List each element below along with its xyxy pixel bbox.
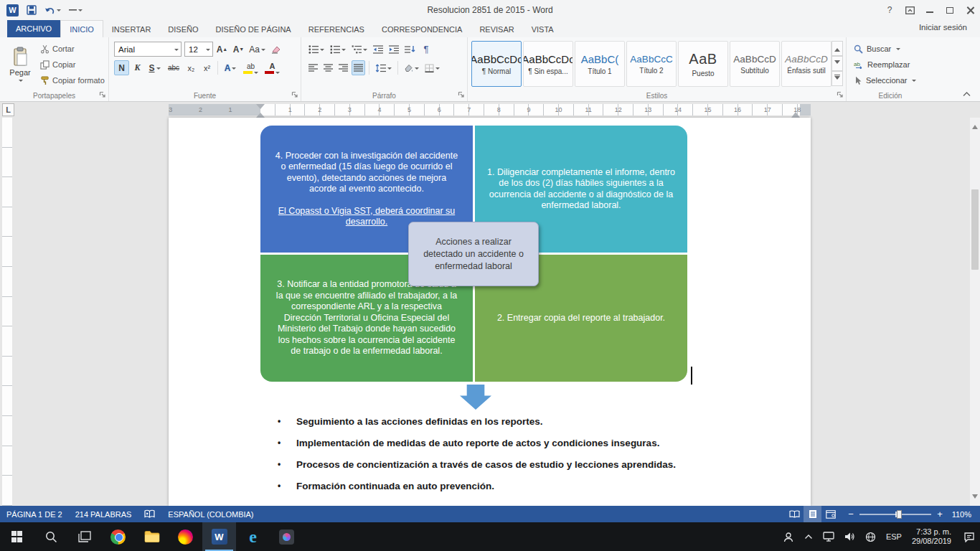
read-mode-button[interactable] xyxy=(786,506,804,522)
ribbon-tab[interactable]: REFERENCIAS xyxy=(300,21,373,37)
underline-dropdown-icon[interactable] xyxy=(156,67,161,72)
sort-button[interactable] xyxy=(402,42,418,57)
copy-button[interactable]: Copiar xyxy=(40,58,105,71)
show-formatting-marks-button[interactable]: ¶ xyxy=(419,42,433,57)
grow-font-button[interactable]: A▲ xyxy=(215,42,230,57)
numbering-button[interactable] xyxy=(328,42,348,57)
proofing-status-icon[interactable] xyxy=(138,506,161,522)
strikethrough-button[interactable]: abc xyxy=(164,60,183,75)
font-size-combobox[interactable]: 12 xyxy=(184,42,213,57)
search-button[interactable] xyxy=(34,522,67,551)
justify-button[interactable] xyxy=(352,60,365,75)
style-item[interactable]: AaBbCcD Subtítulo xyxy=(730,41,780,87)
styles-dialog-launcher-icon[interactable] xyxy=(837,91,844,98)
style-item[interactable]: AaBbCcDc ¶ Sin espa... xyxy=(523,41,573,87)
volume-icon[interactable] xyxy=(839,522,860,551)
align-right-button[interactable] xyxy=(336,60,350,75)
ribbon-tab[interactable]: DISEÑO DE PÁGINA xyxy=(207,21,300,37)
paste-button[interactable]: Pegar xyxy=(4,41,37,88)
down-arrow-shape[interactable] xyxy=(460,385,491,410)
font-family-combobox[interactable]: Arial xyxy=(114,42,182,57)
shading-button[interactable] xyxy=(402,60,421,75)
style-item[interactable]: AaBbC( Título 1 xyxy=(575,41,625,87)
ribbon-tab[interactable]: INICIO xyxy=(60,20,103,37)
ribbon-tab[interactable]: DISEÑO xyxy=(159,21,207,37)
ribbon-display-options-button[interactable] xyxy=(900,0,920,20)
people-icon[interactable] xyxy=(778,522,799,551)
word-taskbar-button[interactable]: W xyxy=(202,522,236,551)
styles-scroll-down-button[interactable] xyxy=(831,56,843,71)
style-item[interactable]: AaBbCcD Énfasis sutil xyxy=(781,41,831,87)
increase-indent-button[interactable] xyxy=(387,42,401,57)
firefox-icon[interactable] xyxy=(169,522,202,551)
superscript-button[interactable]: x² xyxy=(199,60,215,75)
styles-scroll-up-button[interactable] xyxy=(831,41,843,56)
right-indent-marker[interactable] xyxy=(791,108,800,118)
taskbar-app-icon[interactable] xyxy=(270,522,303,551)
ribbon-tab[interactable]: INSERTAR xyxy=(103,21,160,37)
paste-dropdown-icon[interactable] xyxy=(19,80,23,84)
save-button[interactable] xyxy=(27,5,37,15)
replace-button[interactable]: ab Reemplazar xyxy=(854,57,910,72)
underline-button[interactable]: S xyxy=(146,60,164,75)
sign-in-link[interactable]: Iniciar sesión xyxy=(919,23,967,32)
shrink-font-button[interactable]: A▼ xyxy=(231,42,246,57)
styles-more-button[interactable] xyxy=(831,71,843,86)
close-button[interactable] xyxy=(960,0,980,20)
zoom-slider-thumb[interactable] xyxy=(897,510,902,519)
subscript-button[interactable]: x₂ xyxy=(184,60,199,75)
ribbon-tab[interactable]: REVISAR xyxy=(471,21,522,37)
zoom-out-button[interactable]: − xyxy=(847,509,855,519)
ribbon-tab[interactable]: CORRESPONDENCIA xyxy=(373,21,471,37)
smartart-center-box[interactable]: Acciones a realizar detectado un acciden… xyxy=(408,222,539,286)
line-spacing-button[interactable] xyxy=(373,60,394,75)
font-dialog-launcher-icon[interactable] xyxy=(291,91,298,98)
align-center-button[interactable] xyxy=(321,60,335,75)
word-app-icon[interactable]: W xyxy=(6,4,19,17)
scrollbar-thumb[interactable] xyxy=(971,189,979,270)
document-page[interactable]: 4. Proceder con la investigación del acc… xyxy=(169,118,811,506)
zoom-in-button[interactable]: + xyxy=(936,509,944,519)
customize-qat-button[interactable] xyxy=(69,8,83,12)
hanging-indent-marker[interactable] xyxy=(256,108,265,118)
minimize-button[interactable] xyxy=(920,0,940,20)
ribbon-tab[interactable]: ARCHIVO xyxy=(7,20,60,37)
italic-button[interactable]: K xyxy=(130,60,145,75)
undo-dropdown-icon[interactable] xyxy=(57,9,61,14)
tab-stop-selector[interactable]: L xyxy=(2,103,14,116)
clock[interactable]: 7:33 p. m. 29/08/2019 xyxy=(907,522,958,551)
collapse-ribbon-button[interactable] xyxy=(962,91,971,97)
language-indicator[interactable]: ESPAÑOL (COLOMBIA) xyxy=(161,506,260,522)
task-view-button[interactable] xyxy=(67,522,101,551)
web-layout-button[interactable] xyxy=(821,506,839,522)
format-painter-button[interactable]: Copiar formato xyxy=(40,74,105,87)
maximize-button[interactable] xyxy=(940,0,960,20)
paragraph-dialog-launcher-icon[interactable] xyxy=(458,91,465,98)
edge-icon[interactable]: e xyxy=(236,522,270,551)
highlight-color-button[interactable]: ab xyxy=(240,60,261,75)
clipboard-dialog-launcher-icon[interactable] xyxy=(99,91,106,98)
font-color-button[interactable]: A xyxy=(262,60,283,75)
font-size-dropdown-icon[interactable] xyxy=(206,49,210,53)
action-center-icon[interactable] xyxy=(958,522,980,551)
bullets-button[interactable] xyxy=(306,42,326,57)
scroll-up-arrow[interactable] xyxy=(972,122,978,129)
chevron-up-icon[interactable] xyxy=(799,522,818,551)
change-case-button[interactable]: Aa xyxy=(248,42,267,57)
multilevel-list-button[interactable] xyxy=(349,42,369,57)
globe-network-icon[interactable] xyxy=(860,522,881,551)
start-button[interactable] xyxy=(0,522,34,551)
word-count[interactable]: 214 PALABRAS xyxy=(69,506,138,522)
decrease-indent-button[interactable] xyxy=(371,42,385,57)
style-item[interactable]: AaBbCcC Título 2 xyxy=(626,41,677,87)
zoom-slider[interactable] xyxy=(859,509,931,519)
clear-formatting-button[interactable] xyxy=(268,42,283,57)
print-layout-button[interactable] xyxy=(804,506,821,522)
ribbon-tab[interactable]: VISTA xyxy=(523,21,562,37)
find-button[interactable]: Buscar xyxy=(854,42,900,56)
style-item[interactable]: AaBbCcDc ¶ Normal xyxy=(471,41,522,87)
undo-button[interactable] xyxy=(44,6,61,15)
bold-button[interactable]: N xyxy=(114,60,129,75)
select-button[interactable]: Seleccionar xyxy=(854,73,916,88)
scroll-down-arrow[interactable] xyxy=(972,494,978,501)
